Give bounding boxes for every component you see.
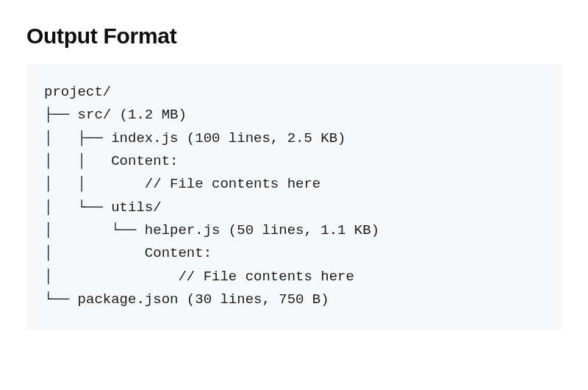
section-heading: Output Format xyxy=(26,24,562,49)
code-line: │ │ // File contents here xyxy=(44,176,320,192)
code-line: │ └── utils/ xyxy=(44,199,162,216)
code-line: ├── src/ (1.2 MB) xyxy=(44,107,187,123)
code-line: │ Content: xyxy=(44,245,212,261)
code-line: │ // File contents here xyxy=(44,269,354,285)
code-line: │ │ Content: xyxy=(44,153,178,169)
code-block: project/ ├── src/ (1.2 MB) │ ├── index.j… xyxy=(26,65,562,330)
code-line: │ └── helper.js (50 lines, 1.1 KB) xyxy=(44,222,379,238)
code-line: └── package.json (30 lines, 750 B) xyxy=(44,291,329,308)
code-line: project/ xyxy=(44,84,111,100)
code-line: │ ├── index.js (100 lines, 2.5 KB) xyxy=(44,130,345,146)
